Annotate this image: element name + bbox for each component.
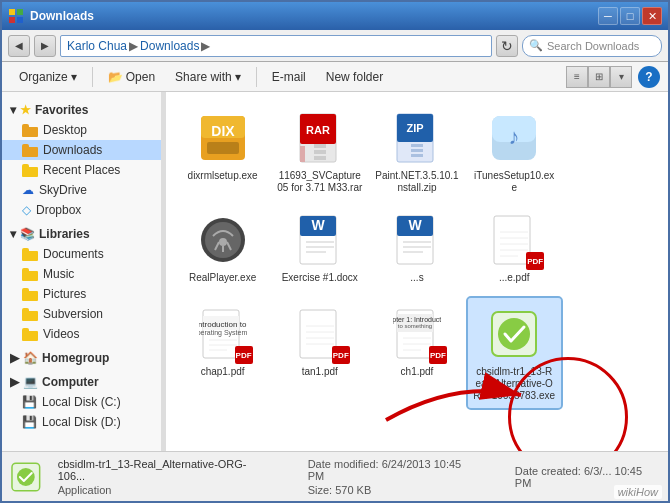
star-icon: ★ — [20, 103, 31, 117]
file-icon-container-9: PDF — [484, 210, 544, 270]
sidebar-item-subversion[interactable]: Subversion — [2, 304, 161, 324]
status-size: Size: 570 KB — [308, 484, 479, 496]
share-button[interactable]: Share with ▾ — [166, 65, 250, 89]
address-path[interactable]: Karlo Chua ▶ Downloads ▶ — [60, 35, 492, 57]
svg-text:♪: ♪ — [509, 124, 520, 149]
svg-text:RAR: RAR — [306, 124, 330, 136]
maximize-button[interactable]: □ — [620, 7, 640, 25]
file-icon-container-12: PDF — [290, 304, 350, 364]
file-area[interactable]: DIX dixrmlsetup.exe RAR — [166, 92, 668, 451]
file-item-dixrml[interactable]: DIX dixrmlsetup.exe — [176, 102, 269, 200]
file-item-cbsidlm[interactable]: cbsidlm-tr1_13-R eal_Alternative-O RG-10… — [468, 298, 561, 408]
sidebar-item-videos[interactable]: Videos — [2, 324, 161, 344]
sidebar-item-local-c[interactable]: 💾 Local Disk (C:) — [2, 392, 161, 412]
svg-rect-19 — [411, 149, 423, 152]
share-dropdown-icon: ▾ — [235, 70, 241, 84]
status-details: Date modified: 6/24/2013 10:45 PM Size: … — [308, 458, 479, 496]
homegroup-triangle: ▶ — [10, 351, 19, 365]
file-item-exercise[interactable]: W Exercise #1.docx — [273, 204, 366, 294]
view-btn-1[interactable]: ≡ — [566, 66, 588, 88]
refresh-button[interactable]: ↻ — [496, 35, 518, 57]
new-folder-button[interactable]: New folder — [317, 65, 392, 89]
title-bar-controls: ─ □ ✕ — [598, 7, 662, 25]
favorites-header[interactable]: ▾ ★ Favorites — [2, 100, 161, 120]
file-item-pdf3[interactable]: PDF ...e.pdf — [468, 204, 561, 294]
explorer-window: Downloads ─ □ ✕ ◀ ▶ Karlo Chua ▶ Downloa… — [0, 0, 670, 503]
breadcrumb-karlo[interactable]: Karlo Chua — [67, 39, 127, 53]
file-icon-container: DIX — [193, 108, 253, 168]
doc2-icon: W — [393, 214, 441, 266]
file-icon-container-8: W — [387, 210, 447, 270]
libraries-section: ▾ 📚 Libraries Documents Music Pictures — [2, 224, 161, 344]
file-item-svcapture[interactable]: RAR 11693_SVCapture05 for 3.71 M33.rar — [273, 102, 366, 200]
status-info: cbsidlm-tr1_13-Real_Alternative-ORG-106.… — [58, 458, 272, 496]
view-btn-2[interactable]: ⊞ — [588, 66, 610, 88]
file-item-tan1[interactable]: PDF tan1.pdf — [273, 298, 366, 408]
file-name-chap1: chap1.pdf — [201, 366, 245, 378]
disk-d-icon: 💾 — [22, 415, 37, 429]
svg-rect-7 — [207, 142, 239, 154]
svg-rect-0 — [9, 9, 15, 15]
file-grid: DIX dixrmlsetup.exe RAR — [176, 102, 658, 408]
back-button[interactable]: ◀ — [8, 35, 30, 57]
email-button[interactable]: E-mail — [263, 65, 315, 89]
svcapture-icon: RAR — [294, 112, 346, 164]
homegroup-header[interactable]: ▶ 🏠 Homegroup — [2, 348, 161, 368]
svg-rect-3 — [17, 17, 23, 23]
breadcrumb-downloads[interactable]: Downloads — [140, 39, 199, 53]
homegroup-section: ▶ 🏠 Homegroup — [2, 348, 161, 368]
file-item-paintnet[interactable]: ZIP Paint.NET.3.5.10.1 nstall.zip — [370, 102, 463, 200]
sidebar-item-local-d[interactable]: 💾 Local Disk (D:) — [2, 412, 161, 432]
view-dropdown[interactable]: ▾ — [610, 66, 632, 88]
organize-dropdown-icon: ▾ — [71, 70, 77, 84]
file-item-itunes[interactable]: ♪ iTunesSetup10.exe — [468, 102, 561, 200]
file-name-realplayer: RealPlayer.exe — [189, 272, 256, 284]
pictures-folder-icon — [22, 288, 38, 301]
sidebar-item-downloads[interactable]: Downloads — [2, 140, 161, 160]
minimize-button[interactable]: ─ — [598, 7, 618, 25]
svg-text:ZIP: ZIP — [406, 122, 423, 134]
status-date-modified: Date modified: 6/24/2013 10:45 PM — [308, 458, 479, 482]
svg-rect-2 — [9, 17, 15, 23]
title-bar: Downloads ─ □ ✕ — [2, 2, 668, 30]
organize-button[interactable]: Organize ▾ — [10, 65, 86, 89]
main-area: ▾ ★ Favorites Desktop Downloads Recent P… — [2, 92, 668, 451]
downloads-folder-icon — [22, 144, 38, 157]
libraries-header[interactable]: ▾ 📚 Libraries — [2, 224, 161, 244]
computer-triangle: ▶ — [10, 375, 19, 389]
svg-point-26 — [219, 238, 227, 246]
sidebar-item-pictures[interactable]: Pictures — [2, 284, 161, 304]
videos-folder-icon — [22, 328, 38, 341]
dropbox-icon: ◇ — [22, 203, 31, 217]
file-item-chap1[interactable]: Introduction to Operating Systems PDF ch… — [176, 298, 269, 408]
svg-point-69 — [498, 318, 530, 350]
close-button[interactable]: ✕ — [642, 7, 662, 25]
help-button[interactable]: ? — [638, 66, 660, 88]
file-item-realplayer[interactable]: RealPlayer.exe — [176, 204, 269, 294]
file-item-doc2[interactable]: W ...s — [370, 204, 463, 294]
file-icon-container-5 — [581, 108, 641, 168]
file-icon-container-11: Introduction to Operating Systems PDF — [193, 304, 253, 364]
open-button[interactable]: 📂 Open — [99, 65, 164, 89]
computer-header[interactable]: ▶ 💻 Computer — [2, 372, 161, 392]
window-title: Downloads — [30, 9, 94, 23]
svg-rect-18 — [411, 144, 423, 147]
disk-c-icon: 💾 — [22, 395, 37, 409]
file-item-empty2 — [565, 204, 658, 294]
view-buttons: ≡ ⊞ ▾ — [566, 66, 632, 88]
svg-rect-55 — [300, 310, 336, 358]
file-item-ch1[interactable]: Chapter 1: Introduction to something PDF… — [370, 298, 463, 408]
sidebar-item-skydrive[interactable]: ☁ SkyDrive — [2, 180, 161, 200]
file-icon-container-2: RAR — [290, 108, 350, 168]
svg-rect-14 — [300, 146, 305, 162]
sidebar-item-recent[interactable]: Recent Places — [2, 160, 161, 180]
search-box[interactable]: 🔍 Search Downloads — [522, 35, 662, 57]
sidebar-item-music[interactable]: Music — [2, 264, 161, 284]
forward-button[interactable]: ▶ — [34, 35, 56, 57]
toolbar: Organize ▾ 📂 Open Share with ▾ E-mail Ne… — [2, 62, 668, 92]
sidebar-item-dropbox[interactable]: ◇ Dropbox — [2, 200, 161, 220]
sidebar-item-documents[interactable]: Documents — [2, 244, 161, 264]
pdf-badge-tan1: PDF — [332, 346, 350, 364]
sidebar-item-desktop[interactable]: Desktop — [2, 120, 161, 140]
homegroup-icon: 🏠 — [23, 351, 38, 365]
